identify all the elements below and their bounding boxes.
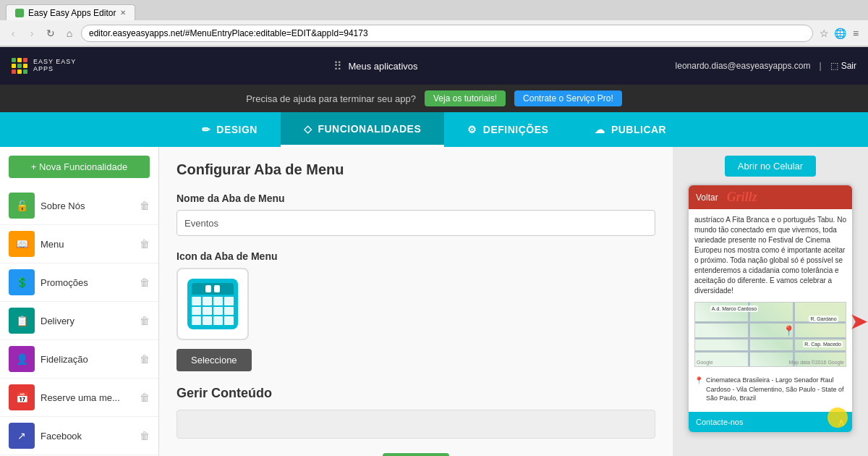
browser-icons: ☆ 🌐 ≡ [817,27,862,40]
sidebar-item-fidelizacao[interactable]: 👤 Fidelização 🗑 [0,340,158,379]
address-pin-icon: 📍 [694,376,703,403]
phone-address: 📍 Cinemateca Brasileira - Largo Senador … [694,373,846,406]
page-title: Configurar Aba de Menu [176,161,655,178]
forward-btn[interactable]: › [25,26,39,41]
phone-description: austríaco A Fita Branca e o português Ta… [694,215,846,296]
logo-cell [23,58,27,62]
new-function-btn[interactable]: + Nova Funcionalidade [9,156,150,178]
logo-cell [12,58,16,62]
header-center: ⠿ Meus aplicativos [333,59,417,73]
back-btn[interactable]: ‹ [6,26,20,41]
address-input[interactable] [81,25,813,42]
cal-pin-right [214,285,220,292]
sidebar-item-facebook[interactable]: ↗ Facebook 🗑 [0,417,158,455]
map-data-text: Map data ©2016 Google [789,360,844,365]
save-btn[interactable]: Salvar [383,453,450,456]
phone-content: austríaco A Fita Branca e o português Ta… [689,209,852,412]
home-btn[interactable]: ⌂ [62,26,77,41]
select-icon-btn[interactable]: Seleccione [176,349,252,371]
delete-icon[interactable]: 🗑 [140,353,150,365]
phone-back-btn[interactable]: Voltar [696,193,718,203]
sidebar-item-sobre-nos[interactable]: 🔓 Sobre Nós 🗑 [0,187,158,225]
settings-icon[interactable]: ≡ [849,27,862,40]
google-watermark: Google [697,360,713,365]
map-pin: 📍 [783,325,795,337]
logo-cell [17,58,22,62]
address-text: Cinemateca Brasileira - Largo Senador Ra… [706,376,846,403]
delete-icon[interactable]: 🗑 [140,315,150,326]
pro-service-btn[interactable]: Contrate o Serviço Pro! [514,90,622,106]
cal-pin-left [205,285,211,292]
publicar-icon: ☁ [595,124,605,135]
delete-icon[interactable]: 🗑 [140,392,150,403]
sidebar-item-menu[interactable]: 📖 Menu 🗑 [0,225,158,263]
delete-icon[interactable]: 🗑 [140,276,150,288]
footer-label: Contacte-nos [696,418,743,426]
reserve-icon: 📅 [9,384,35,410]
logo-cell [12,64,16,68]
cal-cell [192,316,201,325]
sidebar-label: Delivery [41,316,134,326]
tab-design[interactable]: ✏ DESIGN [179,112,281,147]
icon-section: Icon da Aba de Menu [176,250,655,371]
help-text: Precisa de ajuda para terminar seu app? [246,93,416,104]
tab-funcionalidades[interactable]: ◇ FUNCIONALIDADES [281,112,444,147]
globe-icon[interactable]: 🌐 [833,27,846,40]
logout-icon: ⬚ [830,61,838,71]
logo-area: EASY EASY APPS [12,58,76,74]
tab-close-btn[interactable]: ✕ [120,9,126,17]
browser-chrome: Easy Easy Apps Editor ✕ ‹ › ↻ ⌂ ☆ 🌐 ≡ [0,0,868,47]
map-road-h3 [695,350,846,352]
name-field-group: Nome da Aba de Menu [176,193,655,250]
logo-cell [23,69,27,74]
phone-map: 📍 R. Gardano A.d. Marco Cardoso R. Cap. … [694,302,846,367]
definicoes-icon: ⚙ [467,124,477,135]
sidebar-item-delivery[interactable]: 📋 Delivery 🗑 [0,302,158,340]
nav-tabs: ✏ DESIGN ◇ FUNCIONALIDADES ⚙ DEFINIÇÕES … [0,112,868,147]
tab-publicar[interactable]: ☁ PUBLICAR [571,112,689,147]
delete-icon[interactable]: 🗑 [140,200,150,211]
content-area: Configurar Aba de Menu Nome da Aba de Me… [159,147,673,456]
delete-icon[interactable]: 🗑 [140,238,150,250]
red-arrow-indicator: ➤ [850,309,867,333]
header-right: leonardo.dias@easyeasyapps.com | ⬚ Sair [676,61,856,71]
cal-cell [213,316,223,325]
design-icon: ✏ [202,124,211,135]
reload-btn[interactable]: ↻ [43,26,58,41]
tutorials-btn[interactable]: Veja os tutoriais! [425,90,506,106]
cal-cell [203,316,212,325]
tab-title: Easy Easy Apps Editor [28,8,116,18]
map-label-gardano: R. Gardano [809,316,838,322]
address-bar: ‹ › ↻ ⌂ ☆ 🌐 ≡ [0,20,868,46]
calendar-grid [192,297,234,325]
app-header: EASY EASY APPS ⠿ Meus aplicativos leonar… [0,47,868,85]
funcionalidades-icon: ◇ [304,123,312,135]
map-road-v1 [748,303,750,366]
sidebar-item-promocoes[interactable]: 💲 Promoções 🗑 [0,263,158,302]
phone-frame-wrapper: Voltar Grillz austríaco A Fita Branca e … [687,184,854,434]
menu-icon: 📖 [9,231,35,257]
logout-btn[interactable]: ⬚ Sair [830,61,856,71]
my-apps-btn[interactable]: Meus aplicativos [348,61,417,72]
map-road-h2 [695,337,846,339]
preview-panel: Abrir no Celular Voltar Grillz austríaco… [673,147,868,456]
map-road-h1 [695,321,846,324]
delete-icon[interactable]: 🗑 [140,430,150,442]
bookmark-icon[interactable]: ☆ [817,27,830,40]
sidebar: + Nova Funcionalidade 🔓 Sobre Nós 🗑 📖 Me… [0,147,159,456]
icon-preview [176,268,249,340]
phone-frame: Voltar Grillz austríaco A Fita Branca e … [687,184,854,434]
map-label-marco: A.d. Marco Cardoso [710,305,758,312]
browser-tab[interactable]: Easy Easy Apps Editor ✕ [6,4,135,20]
tab-definicoes[interactable]: ⚙ DEFINIÇÕES [444,112,571,147]
separator: | [820,61,822,71]
logo-cell [17,64,22,68]
map-background: 📍 R. Gardano A.d. Marco Cardoso R. Cap. … [695,303,846,366]
sidebar-item-reserve[interactable]: 📅 Reserve uma me... 🗑 [0,379,158,417]
open-mobile-btn[interactable]: Abrir no Celular [725,156,816,177]
grid-icon: ⠿ [333,59,342,73]
menu-name-input[interactable] [176,210,655,236]
sidebar-label: Reserve uma me... [41,392,134,403]
phone-header: Voltar Grillz [689,185,852,209]
cursor-highlight [827,408,848,428]
